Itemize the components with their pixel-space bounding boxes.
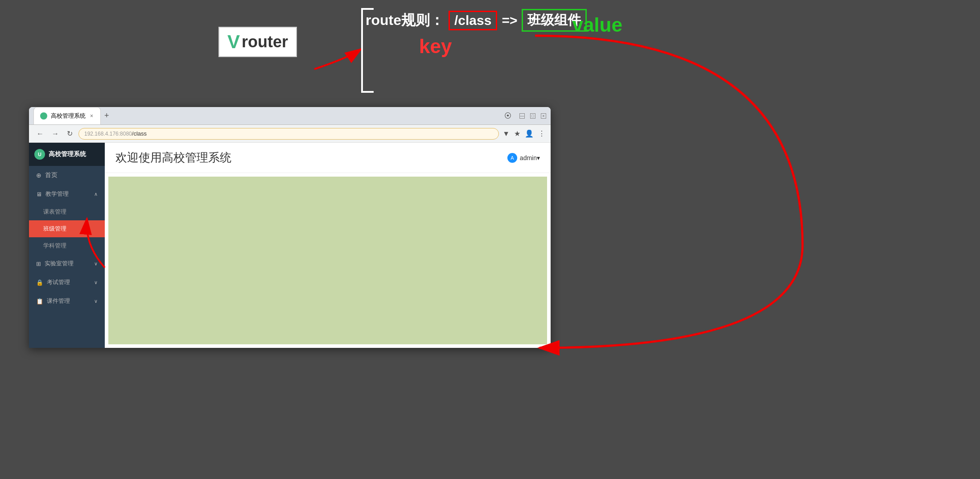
user-info: A admin▾ — [507, 153, 540, 163]
tab-title: 高校管理系统 — [51, 112, 86, 120]
extensions-icon: ▼ — [502, 130, 510, 138]
new-tab-button[interactable]: + — [101, 111, 113, 120]
lab-icon: ⊞ — [36, 260, 41, 267]
back-button[interactable]: ← — [34, 129, 46, 139]
sidebar-label-class: 班级管理 — [43, 225, 66, 232]
tab-favicon — [40, 112, 47, 120]
app-content: U 高校管理系统 ⊕ 首页 🖥 教学管理 ∧ 课表管理 班级管理 学科管理 — [29, 143, 551, 348]
browser-controls: ⦿ — □ × — [502, 112, 546, 120]
nav-icons: ▼ ★ 👤 ⋮ — [502, 129, 545, 138]
sidebar-item-exam[interactable]: 🔒 考试管理 ∨ — [29, 273, 105, 292]
sidebar-label-subject: 学科管理 — [43, 242, 66, 249]
route-rule: route规则： /class => 班级组件 key value — [366, 9, 622, 58]
menu-icon: ⋮ — [538, 129, 545, 138]
chevron-down-icon2: ∨ — [94, 261, 98, 267]
router-badge: V router — [218, 27, 297, 57]
chevron-down-icon3: ∨ — [94, 280, 98, 285]
route-prefix: route规则： — [366, 11, 444, 30]
tab-bar: 高校管理系统 × + — [33, 107, 499, 124]
tab-close-button[interactable]: × — [89, 112, 94, 120]
close-button[interactable]: × — [541, 113, 546, 119]
forward-button[interactable]: → — [49, 129, 61, 139]
vue-v-icon: V — [227, 31, 240, 53]
avatar: A — [507, 153, 517, 163]
sidebar-item-lab[interactable]: ⊞ 实验室管理 ∨ — [29, 254, 105, 273]
exam-icon: 🔒 — [36, 279, 43, 286]
sidebar-brand: 高校管理系统 — [49, 150, 86, 158]
refresh-button[interactable]: ↻ — [65, 128, 75, 139]
sidebar-item-home[interactable]: ⊕ 首页 — [29, 166, 105, 185]
active-tab[interactable]: 高校管理系统 × — [33, 107, 101, 124]
browser-chrome: 高校管理系统 × + ⦿ — □ × — [29, 107, 551, 125]
minimize-button[interactable]: — — [519, 113, 525, 119]
address-bar[interactable]: 192.168.4.176:8080 /class — [78, 128, 499, 140]
browser-nav: ← → ↻ 192.168.4.176:8080 /class ▼ ★ 👤 ⋮ — [29, 125, 551, 143]
route-key-box: /class — [449, 11, 497, 30]
sidebar-label-teach: 教学管理 — [45, 190, 69, 198]
profile-icon: 👤 — [525, 129, 534, 138]
content-area — [108, 177, 547, 344]
sidebar-label-schedule: 课表管理 — [43, 208, 66, 215]
sidebar-label-exam: 考试管理 — [47, 278, 70, 286]
username[interactable]: admin▾ — [520, 154, 540, 161]
address-ip: 192.168.4.176:8080 — [84, 131, 132, 137]
page-title: 欢迎使用高校管理系统 — [115, 150, 231, 165]
value-label: value — [572, 14, 622, 58]
maximize-button[interactable]: □ — [530, 113, 535, 119]
address-path: /class — [132, 130, 147, 137]
sidebar-label-home: 首页 — [45, 171, 58, 179]
key-label: key — [419, 35, 452, 58]
sidebar-label-lab: 实验室管理 — [45, 260, 74, 268]
browser-window: 高校管理系统 × + ⦿ — □ × ← → ↻ 192.168.4.176:8… — [29, 107, 551, 348]
sidebar-item-schedule[interactable]: 课表管理 — [29, 203, 105, 220]
extensions2-icon: ★ — [514, 129, 520, 138]
main-header: 欢迎使用高校管理系统 A admin▾ — [105, 143, 551, 173]
sidebar: U 高校管理系统 ⊕ 首页 🖥 教学管理 ∧ 课表管理 班级管理 学科管理 — [29, 143, 105, 348]
sidebar-logo: U — [34, 149, 45, 160]
sidebar-item-class[interactable]: 班级管理 — [29, 220, 105, 237]
course-icon: 📋 — [36, 298, 43, 305]
sidebar-item-subject[interactable]: 学科管理 — [29, 237, 105, 254]
teach-icon: 🖥 — [36, 191, 42, 198]
sidebar-item-course[interactable]: 📋 课件管理 ∨ — [29, 292, 105, 310]
sidebar-header: U 高校管理系统 — [29, 143, 105, 166]
home-icon: ⊕ — [36, 172, 41, 179]
main-content: 欢迎使用高校管理系统 A admin▾ — [105, 143, 551, 348]
chevron-down-icon: ∧ — [94, 191, 98, 197]
route-arrow: => — [502, 13, 517, 28]
sidebar-item-teach[interactable]: 🖥 教学管理 ∧ — [29, 185, 105, 203]
chevron-down-icon4: ∨ — [94, 298, 98, 304]
router-label: router — [242, 33, 288, 51]
sidebar-label-course: 课件管理 — [47, 297, 70, 305]
